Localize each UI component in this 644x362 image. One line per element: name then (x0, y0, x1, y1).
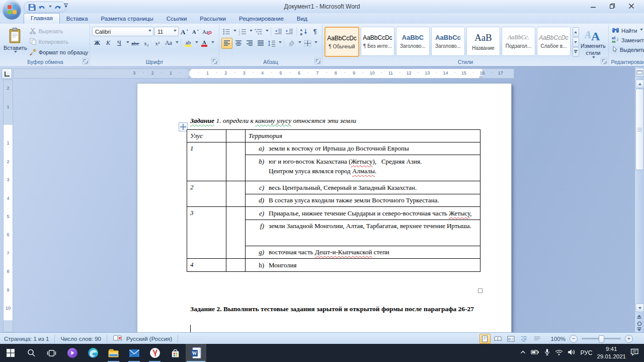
web-layout-view-button[interactable] (506, 334, 517, 344)
document-page[interactable]: Задание 1. определи к какому улусу относ… (137, 83, 512, 332)
ulus-cell[interactable]: 3 (187, 207, 226, 258)
undo-dropdown[interactable] (49, 6, 52, 9)
line-spacing-dropdown[interactable] (279, 41, 282, 45)
italic-button[interactable]: К (103, 38, 113, 48)
find-button[interactable]: Найти (611, 26, 644, 35)
input-language[interactable]: РУС (580, 349, 592, 356)
font-name-combo[interactable]: Calibri (92, 27, 153, 36)
underline-button[interactable]: Ч (114, 38, 124, 48)
mail-app-icon[interactable] (124, 344, 144, 362)
font-dialog-launcher[interactable] (211, 58, 218, 64)
style-card[interactable]: AaBbCcDc¶ Обычный (325, 27, 359, 57)
restore-button[interactable] (603, 1, 622, 12)
answer-cell[interactable] (226, 259, 246, 271)
horizontal-ruler[interactable]: 3·2·1··1·2·3·4·5·6·7·8·9·10·11·12·13·14·… (13, 68, 514, 79)
grow-font-button[interactable]: А (180, 27, 190, 37)
decrease-indent-button[interactable] (273, 27, 283, 37)
office-button[interactable] (3, 1, 21, 20)
ribbon-tab[interactable]: Вставка (60, 14, 95, 24)
vertical-scrollbar[interactable] (634, 67, 644, 332)
full-screen-reading-view-button[interactable] (493, 334, 504, 344)
strikethrough-button[interactable]: abc (130, 38, 140, 48)
multilevel-dropdown[interactable] (266, 30, 269, 33)
tray-clock[interactable]: 9:41 29.01.2021 (597, 345, 626, 360)
start-button[interactable] (0, 344, 21, 362)
edge-browser-icon[interactable] (83, 344, 103, 362)
microsoft-store-icon[interactable] (165, 344, 186, 362)
subscript-button[interactable]: x₂ (141, 38, 151, 48)
taskbar-search-icon[interactable] (21, 344, 41, 362)
ribbon-tab[interactable]: Рассылки (193, 14, 232, 24)
draft-view-button[interactable] (532, 334, 543, 344)
ulus-cell[interactable]: 4 (187, 259, 226, 271)
cut-button[interactable]: Вырезать (28, 26, 90, 36)
paste-button[interactable]: Вставить (3, 26, 28, 58)
ribbon-tab[interactable]: Главная (24, 13, 60, 24)
numbering-dropdown[interactable] (250, 30, 253, 33)
table-item[interactable]: e)Приаралье, нижнее течение Сырдарьи и с… (246, 207, 480, 220)
paragraph-dialog-launcher[interactable] (314, 58, 321, 64)
ribbon-tab[interactable]: Вид (290, 14, 314, 24)
redo-icon[interactable] (54, 4, 62, 11)
align-right-button[interactable] (245, 38, 255, 48)
print-layout-view-button[interactable] (479, 334, 491, 344)
table-item[interactable]: a)земли к востоку от Иртыша до Восточной… (246, 142, 480, 155)
format-painter-button[interactable]: Формат по образцу (28, 47, 90, 57)
line-spacing-button[interactable] (267, 38, 277, 48)
borders-dropdown[interactable] (314, 41, 317, 45)
customize-qat-button[interactable] (63, 3, 68, 10)
style-card[interactable]: АаВНазвание (466, 27, 500, 56)
underline-dropdown[interactable] (126, 41, 129, 45)
previous-page-button[interactable] (635, 313, 643, 320)
change-styles-button[interactable]: АА Изменить стили (580, 26, 606, 58)
outline-view-button[interactable] (519, 334, 530, 344)
highlight-dropdown[interactable] (195, 41, 198, 45)
bullets-button[interactable] (221, 27, 231, 37)
bold-button[interactable]: Ж (92, 38, 102, 48)
undo-icon[interactable] (38, 4, 46, 11)
copy-button[interactable]: Копировать (28, 37, 90, 47)
file-explorer-icon[interactable] (103, 344, 124, 362)
battery-icon[interactable] (531, 349, 539, 357)
justify-button[interactable] (256, 38, 266, 48)
font-size-combo[interactable]: 11 (154, 27, 179, 36)
align-center-button[interactable] (233, 38, 244, 48)
highlight-button[interactable]: ab (183, 38, 193, 48)
align-left-button[interactable] (221, 38, 232, 49)
word-app-icon[interactable]: W (186, 344, 206, 362)
replace-button[interactable]: абавЗаменить (611, 35, 644, 45)
borders-button[interactable] (302, 38, 312, 48)
ulus-cell[interactable]: 2 (187, 181, 226, 206)
show-marks-button[interactable]: ¶ (310, 27, 320, 37)
ulus-cell[interactable]: 1 (187, 142, 226, 181)
table-item[interactable]: f)земли Западной Монголии, Алтая, Тарбаг… (246, 220, 480, 246)
answer-cell[interactable] (226, 142, 246, 181)
hanging-indent-marker[interactable] (187, 73, 192, 78)
yandex-browser-icon[interactable] (144, 344, 165, 362)
language-indicator[interactable]: Русский (Россия) (124, 336, 174, 342)
numbering-button[interactable]: 123 (237, 27, 248, 37)
scroll-up-button[interactable] (635, 80, 644, 88)
ruler-toggle-button[interactable] (635, 68, 644, 77)
style-card[interactable]: AaBbCc.Подзагол... (502, 27, 535, 56)
task-view-icon[interactable] (41, 344, 62, 362)
style-card[interactable]: AaBbCcDcСлабое в... (537, 27, 571, 56)
volume-icon[interactable] (568, 349, 576, 357)
zoom-out-button[interactable]: − (570, 335, 578, 343)
style-card[interactable]: AaBbCЗаголово... (396, 27, 430, 56)
ribbon-tab[interactable]: Ссылки (160, 14, 194, 24)
wifi-icon[interactable] (555, 349, 563, 357)
font-color-dropdown[interactable] (211, 41, 214, 45)
styles-more-button[interactable] (573, 47, 579, 57)
table-item[interactable]: h)Монголия (246, 259, 480, 271)
answer-cell[interactable] (226, 181, 246, 206)
save-icon[interactable] (28, 4, 36, 11)
answer-cell[interactable] (226, 207, 246, 258)
table-item[interactable]: c)весь Центральный, Северный и Западный … (246, 181, 480, 194)
doc-table[interactable]: УлусТерритория1a)земли к востоку от Ирты… (187, 129, 480, 272)
scroll-down-button[interactable] (635, 304, 644, 312)
page-indicator[interactable]: Страница: 1 из 1 (2, 336, 51, 342)
bullets-dropdown[interactable] (233, 30, 236, 33)
action-center-icon[interactable] (630, 348, 639, 357)
clipboard-dialog-launcher[interactable] (82, 58, 89, 64)
